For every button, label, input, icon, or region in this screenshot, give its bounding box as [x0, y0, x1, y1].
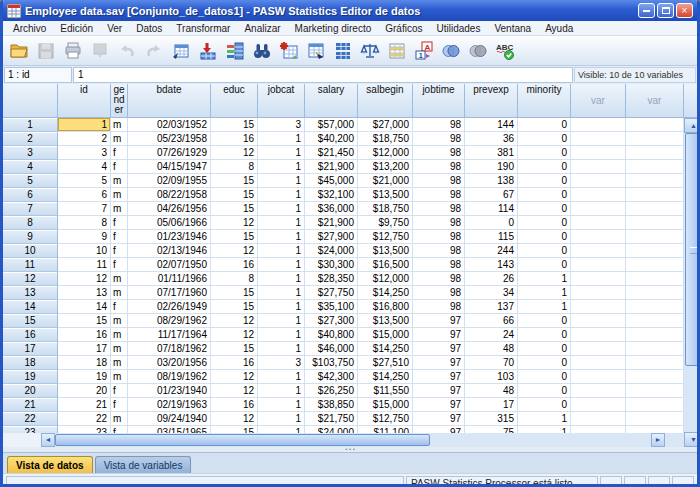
- grid-cell[interactable]: $11,100: [358, 426, 413, 433]
- row-number[interactable]: 17: [3, 342, 58, 356]
- vertical-scroll-track[interactable]: [684, 133, 700, 432]
- grid-cell[interactable]: m: [111, 370, 128, 384]
- cell-editor-input[interactable]: 1: [73, 67, 573, 83]
- grid-cell[interactable]: 12: [211, 370, 258, 384]
- grid-cell[interactable]: 16: [211, 356, 258, 370]
- row-number[interactable]: 6: [3, 188, 58, 202]
- grid-cell[interactable]: $27,750: [305, 286, 358, 300]
- grid-cell[interactable]: f: [111, 216, 128, 230]
- grid-cell[interactable]: $12,750: [358, 412, 413, 426]
- grid-cell-empty[interactable]: [571, 328, 626, 342]
- grid-cell[interactable]: 07/17/1960: [128, 286, 211, 300]
- variables-icon[interactable]: [222, 38, 248, 64]
- grid-cell[interactable]: 1: [258, 244, 305, 258]
- grid-cell[interactable]: 144: [465, 118, 518, 132]
- grid-cell[interactable]: $45,000: [305, 174, 358, 188]
- grid-cell[interactable]: m: [111, 202, 128, 216]
- grid-cell-empty[interactable]: [571, 146, 626, 160]
- grid-cell[interactable]: $14,250: [358, 286, 413, 300]
- grid-cell[interactable]: 8: [211, 272, 258, 286]
- grid-cell[interactable]: $46,000: [305, 342, 358, 356]
- grid-cell[interactable]: 48: [465, 384, 518, 398]
- row-number[interactable]: 21: [3, 398, 58, 412]
- grid-cell[interactable]: 08/19/1962: [128, 370, 211, 384]
- grid-cell[interactable]: m: [111, 328, 128, 342]
- save-file-icon[interactable]: [33, 38, 59, 64]
- column-header-id[interactable]: id: [58, 84, 111, 118]
- grid-cell-empty[interactable]: [571, 342, 626, 356]
- vertical-scrollbar[interactable]: ▲ ▼: [684, 84, 700, 447]
- grid-cell[interactable]: 1: [258, 384, 305, 398]
- grid-cell[interactable]: 1: [258, 370, 305, 384]
- grid-cell[interactable]: m: [111, 272, 128, 286]
- grid-cell[interactable]: 26: [465, 272, 518, 286]
- grid-cell[interactable]: f: [111, 244, 128, 258]
- grid-cell[interactable]: 12: [211, 314, 258, 328]
- grid-cell[interactable]: 75: [465, 426, 518, 433]
- scroll-down-arrow-icon[interactable]: ▼: [684, 432, 700, 447]
- grid-cell[interactable]: $57,000: [305, 118, 358, 132]
- grid-cell[interactable]: 34: [465, 286, 518, 300]
- grid-cell[interactable]: 97: [413, 342, 465, 356]
- grid-cell[interactable]: 1: [258, 160, 305, 174]
- grid-cell[interactable]: 05/06/1966: [128, 216, 211, 230]
- grid-cell-empty[interactable]: [571, 370, 626, 384]
- grid-cell[interactable]: m: [111, 314, 128, 328]
- grid-cell[interactable]: 7: [58, 202, 111, 216]
- grid-cell[interactable]: 0: [518, 132, 571, 146]
- grid-cell[interactable]: 15: [211, 300, 258, 314]
- grid-cell[interactable]: 8: [58, 216, 111, 230]
- grid-cell[interactable]: 15: [211, 118, 258, 132]
- grid-cell[interactable]: 97: [413, 328, 465, 342]
- grid-cell-empty[interactable]: [571, 188, 626, 202]
- grid-cell-empty[interactable]: [626, 216, 684, 230]
- grid-cell[interactable]: 0: [518, 202, 571, 216]
- grid-cell[interactable]: 1: [518, 412, 571, 426]
- menu-item-marketing-directo[interactable]: Marketing directo: [288, 23, 379, 34]
- grid-cell[interactable]: 1: [258, 328, 305, 342]
- grid-cell[interactable]: 02/26/1949: [128, 300, 211, 314]
- grid-cell[interactable]: 98: [413, 118, 465, 132]
- grid-cell[interactable]: $42,300: [305, 370, 358, 384]
- grid-cell-empty[interactable]: [571, 202, 626, 216]
- redo-icon[interactable]: [141, 38, 167, 64]
- grid-cell-empty[interactable]: [626, 342, 684, 356]
- grid-cell[interactable]: $18,750: [358, 202, 413, 216]
- grid-cell[interactable]: 16: [58, 328, 111, 342]
- grid-cell[interactable]: m: [111, 174, 128, 188]
- grid-cell[interactable]: 03/20/1956: [128, 356, 211, 370]
- grid-cell[interactable]: 0: [518, 118, 571, 132]
- grid-cell[interactable]: 02/13/1946: [128, 244, 211, 258]
- grid-cell-empty[interactable]: [626, 174, 684, 188]
- grid-cell[interactable]: 16: [211, 398, 258, 412]
- grid-cell[interactable]: 0: [518, 216, 571, 230]
- grid-cell-empty[interactable]: [571, 412, 626, 426]
- grid-cell[interactable]: $13,500: [358, 188, 413, 202]
- horizontal-scroll-thumb[interactable]: [55, 434, 430, 446]
- grid-cell[interactable]: 01/23/1940: [128, 384, 211, 398]
- grid-cell[interactable]: 08/22/1958: [128, 188, 211, 202]
- grid-cell[interactable]: 1: [58, 118, 111, 132]
- grid-cell-empty[interactable]: [626, 328, 684, 342]
- column-header-jobtime[interactable]: jobtime: [413, 84, 465, 118]
- grid-cell[interactable]: m: [111, 356, 128, 370]
- grid-cell[interactable]: 1: [258, 398, 305, 412]
- tab-variable-view[interactable]: Vista de variables: [95, 456, 192, 473]
- grid-cell[interactable]: 02/09/1955: [128, 174, 211, 188]
- grid-cell[interactable]: 23: [58, 426, 111, 433]
- grid-cell[interactable]: 20: [58, 384, 111, 398]
- grid-cell[interactable]: 0: [518, 328, 571, 342]
- grid-cell[interactable]: 1: [258, 202, 305, 216]
- grid-cell[interactable]: 98: [413, 160, 465, 174]
- grid-cell-empty[interactable]: [626, 314, 684, 328]
- column-header-jobcat[interactable]: jobcat: [258, 84, 305, 118]
- grid-cell[interactable]: 15: [211, 230, 258, 244]
- grid-cell[interactable]: 97: [413, 356, 465, 370]
- menu-item-transformar[interactable]: Transformar: [169, 23, 237, 34]
- grid-cell[interactable]: 0: [518, 244, 571, 258]
- grid-cell[interactable]: 137: [465, 300, 518, 314]
- grid-cell-empty[interactable]: [571, 174, 626, 188]
- grid-cell[interactable]: 07/26/1929: [128, 146, 211, 160]
- grid-cell[interactable]: 98: [413, 272, 465, 286]
- grid-cell[interactable]: 8: [211, 160, 258, 174]
